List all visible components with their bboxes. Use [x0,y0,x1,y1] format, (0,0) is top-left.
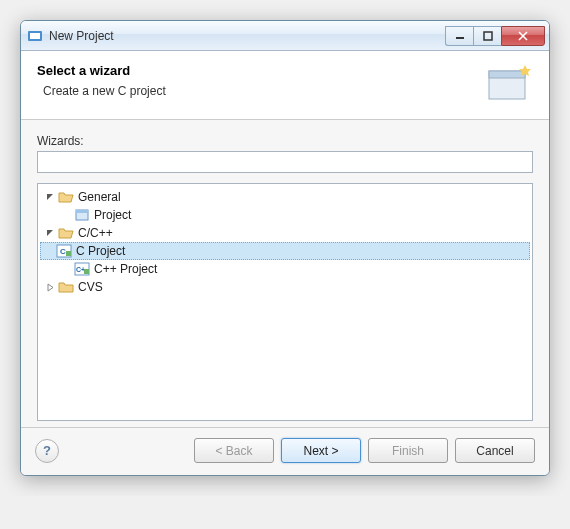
dialog-body: Wizards: General [21,120,549,427]
dialog-footer: ? < Back Next > Finish Cancel [21,427,549,475]
tree-node-general[interactable]: General [40,188,530,206]
close-button[interactable] [501,26,545,46]
back-button[interactable]: < Back [194,438,274,463]
wizard-tree[interactable]: General Project [37,183,533,421]
wizard-filter-input[interactable] [37,151,533,173]
help-button[interactable]: ? [35,439,59,463]
next-button[interactable]: Next > [281,438,361,463]
tree-node-cvs[interactable]: CVS [40,278,530,296]
expand-icon[interactable] [44,191,56,203]
collapse-icon[interactable] [44,281,56,293]
help-icon: ? [43,443,51,458]
tree-node-project[interactable]: Project [40,206,530,224]
c-project-icon: C [56,243,72,259]
tree-label: Project [94,208,131,222]
finish-button[interactable]: Finish [368,438,448,463]
svg-rect-1 [30,33,40,39]
window-controls [445,26,545,46]
project-icon [74,207,90,223]
svg-rect-2 [456,37,464,39]
tree-node-ccpp[interactable]: C/C++ [40,224,530,242]
tree-label: C/C++ [78,226,113,240]
svg-rect-14 [84,269,89,274]
folder-open-icon [58,225,74,241]
svg-rect-5 [489,71,525,78]
app-icon [27,28,43,44]
tree-label: General [78,190,121,204]
tree-node-c-project[interactable]: C C Project [40,242,530,260]
svg-rect-11 [66,251,71,256]
window-title: New Project [49,29,445,43]
tree-node-cpp-project[interactable]: C+ C++ Project [40,260,530,278]
folder-open-icon [58,189,74,205]
svg-text:C: C [60,247,66,256]
dialog-header: Select a wizard Create a new C project [21,51,549,120]
svg-rect-8 [76,210,88,213]
svg-rect-3 [484,32,492,40]
minimize-button[interactable] [445,26,473,46]
header-title: Select a wizard [37,63,485,78]
cpp-project-icon: C+ [74,261,90,277]
tree-label: CVS [78,280,103,294]
titlebar[interactable]: New Project [21,21,549,51]
cancel-button[interactable]: Cancel [455,438,535,463]
maximize-button[interactable] [473,26,501,46]
tree-label: C++ Project [94,262,157,276]
svg-text:C+: C+ [76,266,85,273]
new-project-dialog: New Project Select a wizard Create a new… [20,20,550,476]
folder-closed-icon [58,279,74,295]
wizard-icon [485,63,533,105]
header-subtitle: Create a new C project [37,84,485,98]
expand-icon[interactable] [44,227,56,239]
tree-label: C Project [76,244,125,258]
wizards-label: Wizards: [37,134,533,148]
